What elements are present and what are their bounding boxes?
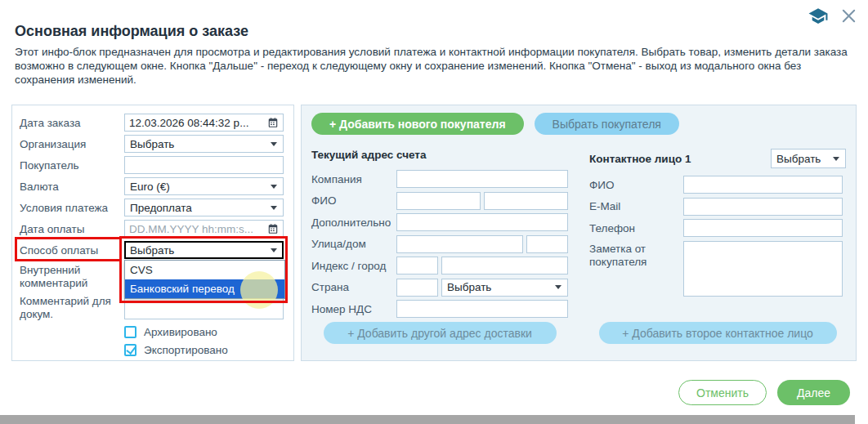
organization-label: Организация [20,138,124,150]
vat-label: Номер НДС [311,303,396,315]
zip-city-label: Индекс / город [311,260,396,272]
contact-name-label: ФИО [589,179,683,191]
zip-city-row: Индекс / город [311,257,568,274]
next-button[interactable]: Далее [777,380,850,405]
chevron-down-icon [833,157,839,161]
page-title: Основная информация о заказе [15,23,248,40]
cancel-button[interactable]: Отменить [678,380,767,405]
archived-checkbox[interactable] [124,326,136,338]
select-customer-button[interactable]: Выбрать покупателя [535,113,679,135]
chevron-down-icon [555,285,562,289]
order-info-modal: Основная информация о заказе Этот инфо-б… [0,0,868,424]
organization-select-value: Выбрать [130,138,174,150]
payment-terms-select-value: Предоплата [130,202,192,214]
order-details-panel: Дата заказа Организация Выбрать Покупате… [11,105,294,361]
customer-input[interactable] [129,159,279,172]
payment-terms-select[interactable]: Предоплата [124,199,284,216]
contact-column: Контактное лицо 1 Выбрать ФИО E-Mail Тел… [589,149,846,344]
contact-header: Контактное лицо 1 Выбрать [589,149,846,168]
add-shipping-address-button[interactable]: + Добавить другой адрес доставки [324,322,557,344]
payment-date-input[interactable] [129,223,264,235]
billing-name-row: ФИО [311,192,568,210]
currency-select-value: Euro (€) [130,181,170,193]
order-date-input[interactable] [129,117,264,129]
contact-phone-label: Телефон [589,222,683,234]
modal-header-icons [806,6,857,26]
additional-row: Дополнительно [311,213,568,231]
add-second-contact-button[interactable]: + Добавить второе контактное лицо [599,322,837,344]
additional-input[interactable] [396,213,568,231]
organization-select[interactable]: Выбрать [124,135,284,153]
customer-buttons-row: + Добавить нового покупателя Выбрать пок… [311,113,846,135]
city-input[interactable] [441,257,568,274]
country-row: Страна Выбрать [311,279,568,297]
customer-note-textarea[interactable] [683,241,843,297]
currency-select[interactable]: Euro (€) [124,177,284,195]
calendar-icon[interactable] [267,223,279,234]
country-label: Страна [311,281,396,293]
dropdown-option-cvs[interactable]: CVS [125,261,284,279]
customer-columns: Текущий адрес счета Компания ФИО Дополни… [311,149,846,344]
contact-email-label: E-Mail [589,200,683,212]
company-input[interactable] [396,170,568,188]
chevron-down-icon [271,206,277,210]
contact-title: Контактное лицо 1 [589,153,691,165]
close-icon[interactable] [841,8,857,24]
customer-field[interactable] [124,156,284,174]
currency-label: Валюта [20,181,124,193]
billing-name-label: ФИО [311,194,396,207]
street-row: Улица/дом [311,235,568,253]
chevron-down-icon [271,248,277,252]
company-row: Компания [311,170,568,188]
horizontal-scrollbar[interactable] [0,415,855,424]
customer-panel: + Добавить нового покупателя Выбрать пок… [301,105,857,361]
payment-date-label: Дата оплаты [20,223,124,235]
payment-method-select-value: Выбрать [130,244,174,257]
modal-footer: Отменить Далее [678,380,850,405]
exported-row: Экспортировано [124,342,284,357]
billing-address-column: Текущий адрес счета Компания ФИО Дополни… [311,149,568,344]
payment-terms-row: Условия платежа Предоплата [20,199,284,216]
contact-email-row: E-Mail [589,198,846,216]
dropdown-option-bank-transfer[interactable]: Банковский перевод [125,279,284,298]
country-select[interactable]: Выбрать [441,279,568,297]
contact-phone-row: Телефон [589,219,846,237]
contact-name-row: ФИО [589,176,846,194]
contact-select-value: Выбрать [776,153,821,165]
vat-input[interactable] [396,300,568,318]
payment-method-dropdown: CVS Банковский перевод [124,260,285,299]
currency-row: Валюта Euro (€) [20,177,284,195]
order-date-label: Дата заказа [20,117,124,129]
street-input[interactable] [396,235,523,253]
contact-name-input[interactable] [683,176,843,194]
country-select-value: Выбрать [447,281,491,293]
vat-row: Номер НДС [311,300,568,318]
chevron-down-icon [271,185,277,189]
graduation-cap-icon[interactable] [806,6,830,26]
payment-date-field[interactable] [124,220,284,238]
add-customer-button[interactable]: + Добавить нового покупателя [311,113,524,135]
payment-method-row: Способ оплаты Выбрать [20,241,284,259]
exported-checkbox[interactable] [124,344,136,356]
customer-label: Покупатель [20,159,124,172]
first-name-input[interactable] [396,192,481,210]
zip-input[interactable] [396,257,438,274]
archived-label: Архивировано [144,326,217,338]
last-name-input[interactable] [484,192,568,210]
doc-comment-label: Комментарий для докум. [20,293,124,321]
country-code-input[interactable] [396,279,438,297]
calendar-icon[interactable] [267,117,279,128]
contact-select[interactable]: Выбрать [771,149,846,168]
contact-email-input[interactable] [683,198,843,216]
modal-description: Этот инфо-блок предназначен для просмотр… [15,45,853,87]
payment-terms-label: Условия платежа [20,202,124,214]
payment-date-row: Дата оплаты [20,220,284,238]
billing-address-title: Текущий адрес счета [311,149,568,163]
internal-comment-label: Внутренний комментарий [20,262,124,290]
order-date-field[interactable] [124,114,284,132]
contact-phone-input[interactable] [683,219,843,237]
payment-method-select[interactable]: Выбрать [124,241,284,259]
house-number-input[interactable] [526,235,568,253]
customer-note-label: Заметка от покупателя [589,241,683,269]
street-label: Улица/дом [311,238,396,250]
